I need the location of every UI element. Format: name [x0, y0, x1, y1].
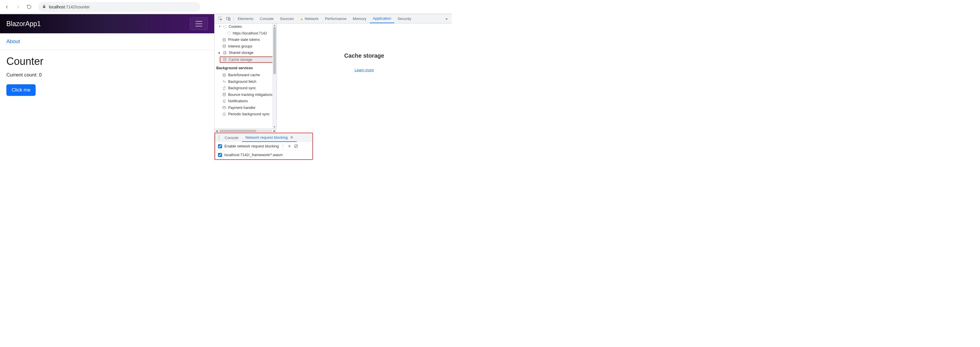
clock-icon: [222, 112, 226, 116]
svg-point-13: [223, 93, 226, 94]
svg-point-8: [223, 38, 226, 39]
address-text: localhost:7142/counter: [49, 5, 90, 9]
address-bar[interactable]: localhost:7142/counter: [38, 2, 200, 12]
pattern-text: localhost:7142/_framework/*.wasm: [224, 153, 283, 157]
sidebar-item-private-tokens[interactable]: Private state tokens: [215, 37, 277, 43]
sidebar-item-cookies[interactable]: ▼ Cookies: [215, 24, 277, 30]
database-icon: [223, 51, 227, 55]
sidebar-item-background-fetch[interactable]: Background fetch: [215, 78, 277, 85]
sidebar-item-periodic-sync[interactable]: Periodic background sync: [215, 111, 277, 118]
card-icon: [222, 106, 226, 110]
svg-rect-4: [226, 17, 229, 19]
nav-reload-button[interactable]: [24, 2, 33, 11]
sidebar-item-interest-groups[interactable]: Interest groups: [215, 43, 277, 50]
pattern-enabled-checkbox[interactable]: [218, 153, 222, 157]
application-sidebar: ▼ Cookies https://localhost:7142 Private…: [215, 24, 277, 129]
sidebar-item-bounce-tracking[interactable]: Bounce tracking mitigations: [215, 92, 277, 98]
svg-point-6: [223, 25, 226, 28]
browser-toolbar: localhost:7142/counter: [0, 0, 452, 14]
counter-value: 0: [39, 72, 41, 78]
about-link[interactable]: About: [0, 33, 214, 50]
bell-icon: [222, 99, 226, 103]
enable-blocking-checkbox[interactable]: [218, 144, 222, 148]
tabs-overflow-button[interactable]: »: [443, 14, 450, 23]
sync-icon: [222, 86, 226, 90]
app-navbar: BlazorApp1: [0, 14, 214, 33]
tab-elements[interactable]: Elements: [234, 14, 256, 23]
sidebar-item-bf-cache[interactable]: Back/forward cache: [215, 72, 277, 78]
blocking-pattern-row[interactable]: localhost:7142/_framework/*.wasm: [215, 151, 312, 159]
database-icon: [222, 44, 226, 48]
sidebar-item-cache-storage[interactable]: Cache storage: [220, 56, 277, 63]
svg-point-7: [228, 32, 231, 35]
warning-icon: ▲: [300, 17, 304, 21]
app-viewport: BlazorApp1 About Counter Current count: …: [0, 14, 214, 160]
nav-toggle-button[interactable]: [190, 18, 208, 30]
enable-blocking-row: Enable network request blocking: [215, 142, 312, 151]
clear-patterns-button[interactable]: [294, 144, 298, 148]
sidebar-scrollbar[interactable]: ▲ ▼: [272, 24, 277, 129]
database-icon: [222, 93, 226, 97]
svg-point-12: [223, 73, 226, 75]
svg-rect-14: [223, 107, 226, 109]
cookie-icon: [223, 25, 227, 29]
tab-memory[interactable]: Memory: [350, 14, 370, 23]
svg-line-20: [295, 145, 298, 147]
lock-icon: [42, 5, 46, 9]
sidebar-item-shared-storage[interactable]: ▶ Shared storage: [215, 49, 277, 56]
devtools-drawer: ⋮ Console Network request blocking ✕ Ena…: [215, 133, 313, 160]
tab-sources[interactable]: Sources: [277, 14, 297, 23]
sidebar-item-background-sync[interactable]: Background sync: [215, 85, 277, 92]
page-content: Counter Current count: 0 Click me: [0, 50, 214, 101]
increment-button[interactable]: Click me: [6, 84, 36, 96]
drawer-menu-icon[interactable]: ⋮: [217, 135, 221, 140]
svg-point-10: [223, 51, 226, 52]
sidebar-item-cookie-origin[interactable]: https://localhost:7142: [215, 30, 277, 37]
sidebar-hscroll[interactable]: ◀▶: [215, 129, 277, 133]
cache-storage-title: Cache storage: [344, 53, 384, 59]
app-brand[interactable]: BlazorApp1: [6, 20, 41, 28]
add-pattern-button[interactable]: [287, 144, 291, 148]
database-icon: [222, 73, 226, 77]
svg-point-9: [223, 45, 226, 46]
devtools-panel: Elements Console Sources ▲Network Perfor…: [214, 14, 452, 160]
svg-point-11: [223, 58, 226, 59]
inspect-icon[interactable]: [216, 16, 224, 21]
nav-back-button[interactable]: [2, 2, 11, 11]
tab-application[interactable]: Application: [370, 14, 395, 23]
drawer-tab-console[interactable]: Console: [221, 133, 242, 142]
database-icon: [223, 57, 227, 61]
tab-performance[interactable]: Performance: [321, 14, 350, 23]
counter-text: Current count: 0: [6, 72, 208, 78]
device-toggle-icon[interactable]: [224, 16, 232, 21]
database-icon: [222, 38, 226, 42]
page-heading: Counter: [6, 55, 208, 67]
sidebar-section-background-services: Background services: [215, 63, 277, 72]
sidebar-item-notifications[interactable]: Notifications: [215, 98, 277, 105]
fetch-icon: [222, 80, 226, 83]
drawer-tab-network-request-blocking[interactable]: Network request blocking ✕: [242, 133, 297, 142]
tab-network[interactable]: ▲Network: [297, 14, 322, 23]
sidebar-item-payment-handler[interactable]: Payment handler: [215, 105, 277, 111]
tab-console[interactable]: Console: [256, 14, 277, 23]
devtools-tabs: Elements Console Sources ▲Network Perfor…: [215, 14, 452, 24]
tab-security[interactable]: Security: [394, 14, 414, 23]
close-icon[interactable]: ✕: [290, 135, 293, 140]
learn-more-link[interactable]: Learn more: [355, 68, 374, 72]
application-main: Cache storage Learn more: [277, 24, 452, 129]
nav-forward-button[interactable]: [13, 2, 22, 11]
cookie-icon: [227, 31, 231, 35]
enable-blocking-label: Enable network request blocking: [224, 144, 279, 148]
